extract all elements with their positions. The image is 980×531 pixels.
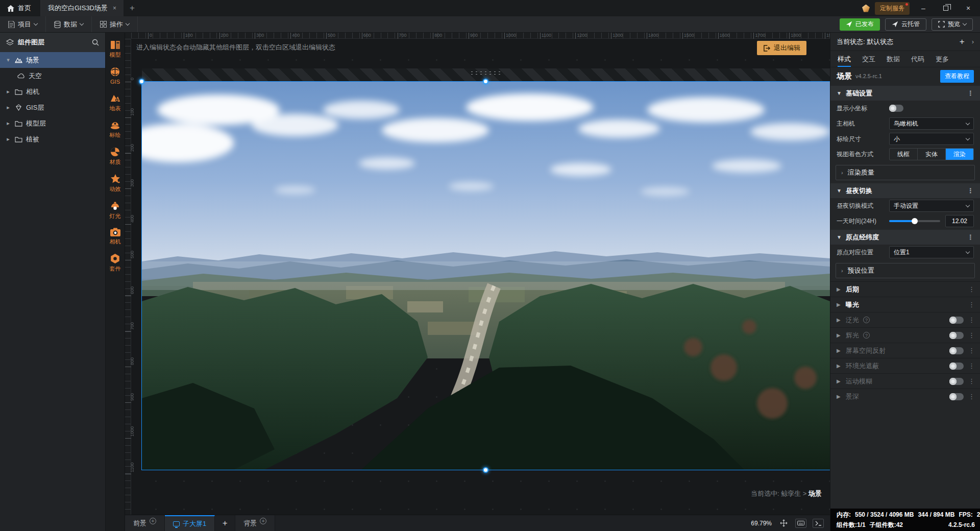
home-tab[interactable]: 首页 bbox=[0, 0, 41, 16]
exit-edit-button[interactable]: 退出编辑 bbox=[757, 41, 806, 55]
preview-button[interactable]: 预览 bbox=[932, 18, 973, 31]
tree-item-vegetation[interactable]: ▸ 植被 bbox=[0, 131, 105, 147]
section-day-night[interactable]: ▼ 昼夜切换 ⋮ bbox=[830, 183, 980, 198]
show-axis-toggle[interactable] bbox=[889, 105, 903, 112]
shading-rendered[interactable]: 渲染 bbox=[946, 149, 973, 160]
scene-artboard[interactable] bbox=[142, 82, 830, 470]
section-menu-icon[interactable]: ⋮ bbox=[968, 347, 975, 354]
zoom-level[interactable]: 69.79% bbox=[751, 520, 772, 527]
section-ao[interactable]: ▶ 环境光遮蔽 ⋮ bbox=[830, 358, 980, 373]
dock-item-material[interactable]: 材质 bbox=[110, 147, 121, 165]
section-glow[interactable]: ▶ 辉光 ? ⋮ bbox=[830, 327, 980, 343]
dof-toggle[interactable] bbox=[949, 393, 964, 400]
published-button[interactable]: 已发布 bbox=[840, 18, 880, 31]
day-time-value[interactable]: 12.02 bbox=[945, 215, 974, 227]
section-bloom[interactable]: ▶ 泛光 ? ⋮ bbox=[830, 312, 980, 327]
dock-item-effect[interactable]: 动效 bbox=[110, 174, 121, 192]
glow-toggle[interactable] bbox=[949, 332, 964, 339]
shortcut-keyboard-icon[interactable] bbox=[795, 519, 806, 528]
section-menu-icon[interactable]: ⋮ bbox=[967, 187, 974, 195]
section-menu-icon[interactable]: ⋮ bbox=[968, 316, 975, 324]
menu-actions[interactable]: 操作 bbox=[92, 16, 138, 32]
tab-style[interactable]: 样式 bbox=[838, 51, 851, 67]
tab-code[interactable]: 代码 bbox=[911, 51, 924, 67]
daynight-mode-select[interactable]: 手动设置 bbox=[889, 200, 974, 212]
new-tab-button[interactable]: + bbox=[124, 0, 141, 16]
section-basic-settings[interactable]: ▼ 基础设置 ⋮ bbox=[830, 86, 980, 101]
tree-item-sky[interactable]: 天空 bbox=[0, 68, 105, 84]
tab-close-icon[interactable]: × bbox=[113, 5, 116, 12]
tab-foreground[interactable]: 前景 + bbox=[125, 515, 165, 531]
search-icon[interactable] bbox=[92, 39, 99, 46]
section-menu-icon[interactable]: ⋮ bbox=[968, 301, 975, 308]
plot-size-select[interactable]: 小 bbox=[889, 133, 974, 145]
help-icon[interactable]: ? bbox=[863, 317, 870, 323]
day-time-slider[interactable] bbox=[889, 220, 940, 222]
artboard-drag-handle[interactable] bbox=[470, 70, 502, 77]
caret-right-icon[interactable]: ▸ bbox=[5, 120, 11, 127]
caret-right-icon[interactable]: ▸ bbox=[5, 104, 11, 111]
tab-sub-screen[interactable]: 子大屏1 bbox=[165, 515, 215, 531]
section-motion-blur[interactable]: ▶ 运动模糊 ⋮ bbox=[830, 373, 980, 389]
tree-item-camera[interactable]: ▸ 相机 bbox=[0, 84, 105, 100]
minimize-button[interactable]: – bbox=[915, 0, 932, 16]
section-menu-icon[interactable]: ⋮ bbox=[968, 377, 975, 385]
menu-project[interactable]: 项目 bbox=[0, 16, 46, 32]
console-icon[interactable] bbox=[813, 519, 824, 528]
close-button[interactable]: × bbox=[960, 0, 977, 16]
restore-button[interactable] bbox=[937, 0, 954, 16]
dock-item-light[interactable]: 灯光 bbox=[110, 201, 121, 219]
section-exposure[interactable]: ▶ 曝光 ⋮ bbox=[830, 297, 980, 312]
section-menu-icon[interactable]: ⋮ bbox=[968, 285, 975, 293]
cloud-hosting-button[interactable]: 云托管 bbox=[885, 18, 926, 31]
dock-item-model[interactable]: 模型 bbox=[110, 40, 121, 58]
preset-position-collapse[interactable]: › 预设位置 bbox=[836, 263, 975, 278]
tab-interaction[interactable]: 交互 bbox=[862, 51, 875, 67]
shading-wireframe[interactable]: 线框 bbox=[890, 149, 918, 160]
caret-right-icon[interactable]: ▸ bbox=[5, 88, 11, 95]
section-post-processing[interactable]: ▶ 后期 ⋮ bbox=[830, 281, 980, 297]
fit-view-icon[interactable] bbox=[778, 519, 789, 528]
menu-data[interactable]: 数据 bbox=[46, 16, 92, 32]
slider-thumb[interactable] bbox=[912, 218, 918, 224]
tab-data[interactable]: 数据 bbox=[887, 51, 900, 67]
dock-item-plot[interactable]: 标绘 bbox=[110, 120, 121, 138]
motion-blur-toggle[interactable] bbox=[949, 378, 964, 385]
section-menu-icon[interactable]: ⋮ bbox=[967, 89, 974, 97]
dock-item-gis[interactable]: GIS bbox=[110, 66, 120, 85]
ao-toggle[interactable] bbox=[949, 363, 964, 370]
tree-item-model-layer[interactable]: ▸ 模型层 bbox=[0, 115, 105, 131]
section-menu-icon[interactable]: ⋮ bbox=[968, 331, 975, 339]
section-menu-icon[interactable]: ⋮ bbox=[968, 362, 975, 370]
ssr-toggle[interactable] bbox=[949, 347, 964, 354]
main-camera-select[interactable]: 鸟瞰相机 bbox=[889, 117, 974, 130]
document-tab[interactable]: 我的空白GIS3D场景 × bbox=[41, 0, 124, 16]
resize-handle-top-left[interactable] bbox=[139, 79, 144, 84]
tab-background[interactable]: 背景 + bbox=[235, 515, 275, 531]
resize-handle-top[interactable] bbox=[483, 79, 488, 84]
add-background-icon[interactable]: + bbox=[260, 518, 266, 524]
tutorial-button[interactable]: 查看教程 bbox=[940, 70, 974, 83]
help-icon[interactable]: ? bbox=[863, 332, 870, 339]
dock-item-camera[interactable]: 相机 bbox=[110, 228, 121, 245]
resize-handle-bottom[interactable] bbox=[483, 467, 488, 473]
caret-right-icon[interactable]: ▸ bbox=[5, 136, 11, 142]
gem-icon[interactable] bbox=[862, 5, 870, 12]
custom-service-badge[interactable]: 定制服务 bbox=[875, 2, 910, 15]
tab-more[interactable]: 更多 bbox=[936, 51, 949, 67]
section-depth-of-field[interactable]: ▶ 景深 ⋮ bbox=[830, 389, 980, 404]
tree-item-gis-layer[interactable]: ▸ GIS层 bbox=[0, 100, 105, 115]
caret-down-icon[interactable]: ▾ bbox=[5, 57, 11, 63]
add-screen-button[interactable]: + bbox=[215, 515, 235, 531]
dock-item-terrain[interactable]: 地表 bbox=[110, 93, 121, 111]
bloom-toggle[interactable] bbox=[949, 317, 964, 324]
origin-position-select[interactable]: 位置1 bbox=[889, 246, 974, 258]
tree-item-scene[interactable]: ▾ 场景 bbox=[0, 52, 105, 68]
section-ssr[interactable]: ▶ 屏幕空间反射 ⋮ bbox=[830, 343, 980, 358]
expand-states-icon[interactable]: › bbox=[972, 38, 974, 45]
section-origin[interactable]: ▼ 原点经纬度 ⋮ bbox=[830, 230, 980, 245]
dock-item-kit[interactable]: 套件 bbox=[110, 253, 121, 272]
render-quality-collapse[interactable]: › 渲染质量 bbox=[836, 165, 975, 180]
shading-solid[interactable]: 实体 bbox=[918, 149, 946, 160]
add-state-button[interactable]: + bbox=[960, 37, 965, 47]
